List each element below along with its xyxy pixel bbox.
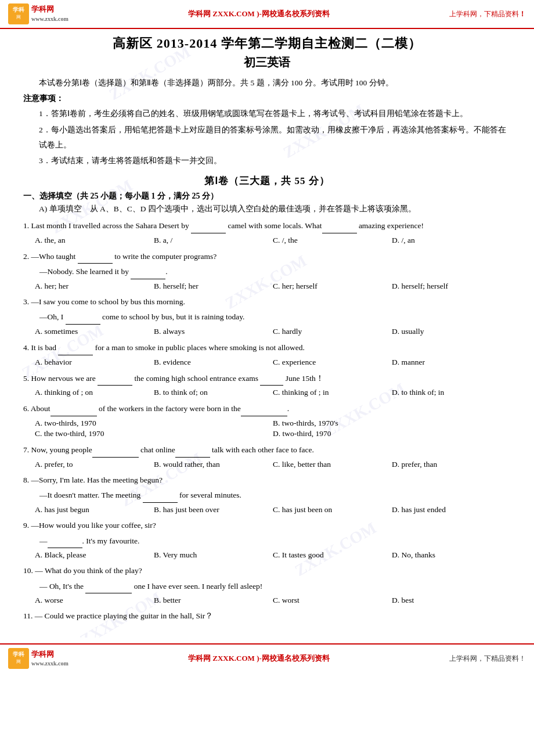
q4-opt-c: C. experience — [273, 358, 392, 367]
q9-opt-c: C. It tastes good — [273, 550, 392, 560]
notice-item-3: 3．考试结束，请考生将答题纸和答题卡一并交回。 — [39, 153, 511, 168]
q9-options: A. Black, please B. Very much C. It tast… — [35, 550, 511, 560]
question-4: 4. It is bad for a man to smoke in publi… — [23, 340, 511, 355]
subsection1: 一、选择填空（共 25 小题；每小题 1 分，满分 25 分） — [23, 191, 511, 201]
q9-line2: — . It's my favourite. — [23, 533, 511, 549]
q10-blank1 — [85, 578, 132, 594]
q9-opt-a: A. Black, please — [35, 550, 154, 560]
q2-line1: 2. —Who taught to write the computer pro… — [23, 249, 511, 264]
main-content: ZXXK.COM ZXXK.COM ZXXK.COM ZXXK.COM ZXXK… — [0, 29, 534, 638]
question-2: 2. —Who taught to write the computer pro… — [23, 249, 511, 279]
q4-blank1 — [58, 340, 93, 355]
question-6: 6. About of the workers in the factory w… — [23, 401, 511, 416]
q8-opt-c: C. has just been on — [273, 505, 392, 514]
q1-options: A. the, an B. a, / C. /, the D. /, an — [35, 236, 511, 245]
q2-line2: —Nobody. She learned it by . — [23, 264, 511, 279]
q9-blank1 — [48, 533, 82, 549]
logo-area-top: 学科 网 学科网www.zxxk.com — [8, 3, 68, 24]
question-1: 1. Last month I travelled across the Sah… — [23, 218, 511, 233]
q1-opt-c: C. /, the — [273, 236, 392, 245]
svg-text:学科: 学科 — [13, 651, 25, 657]
q5-opt-c: C. thinking of ; in — [273, 388, 392, 397]
notice-item-2: 2．每小题选出答案后，用铅笔把答题卡上对应题目的答案标号涂黑。如需改动，用橡皮擦… — [39, 123, 511, 152]
intro-text: 本试卷分第Ⅰ卷（选择题）和第Ⅱ卷（非选择题）两部分。共 5 题，满分 100 分… — [23, 76, 511, 90]
q2-blank1 — [78, 249, 113, 264]
q8-line1: 8. —Sorry, I'm late. Has the meeting beg… — [23, 473, 511, 488]
content-wrap: 高新区 2013-2014 学年第二学期自主检测二（二模） 初三英语 本试卷分第… — [23, 35, 511, 624]
q10-opt-d: D. best — [392, 596, 511, 605]
q7-options: A. prefer, to B. would rather, than C. l… — [35, 460, 511, 469]
section1-heading: 第Ⅰ卷（三大题，共 55 分） — [23, 174, 511, 188]
q3-line1: 3. —I saw you come to school by bus this… — [23, 294, 511, 309]
logo-text-top: 学科网www.zxxk.com — [31, 5, 68, 23]
q10-line2: — Oh, It's the one I have ever seen. I n… — [23, 578, 511, 594]
q3-opt-d: D. usually — [392, 327, 511, 336]
q2-opt-d: D. herself; herself — [392, 282, 511, 291]
q4-opt-d: D. manner — [392, 358, 511, 367]
q10-opt-a: A. worse — [35, 596, 154, 605]
q6-blank2 — [241, 401, 287, 416]
q3-opt-c: C. hardly — [273, 327, 392, 336]
svg-text:网: 网 — [16, 659, 21, 664]
q3-line2: —Oh, I come to school by bus, but it is … — [23, 309, 511, 325]
logo-icon-top: 学科 网 — [8, 3, 29, 24]
q10-opt-b: B. better — [154, 596, 273, 605]
q4-opt-b: B. evidence — [154, 358, 273, 367]
q6-options: A. two-thirds, 1970 B. two-thirds, 1970'… — [35, 419, 511, 438]
q7-opt-a: A. prefer, to — [35, 460, 154, 469]
q8-opt-d: D. has just ended — [392, 505, 511, 514]
notice-item-1: 1．答第Ⅰ卷前，考生必须将自己的姓名、班级用钢笔或圆珠笔写在答题卡上，将考试号、… — [39, 106, 511, 121]
q8-options: A. has just begun B. has just been over … — [35, 505, 511, 514]
q7-opt-d: D. prefer, than — [392, 460, 511, 469]
svg-text:网: 网 — [16, 15, 21, 20]
q10-line1: 10. — What do you think of the play? — [23, 563, 511, 578]
question-11: 11. — Could we practice playing the guit… — [23, 609, 511, 624]
subsection-a: A) 单项填空 从 A、B、C、D 四个选项中，选出可以填入空白处的最佳选项，并… — [23, 204, 511, 214]
footer-middle: 学科网 ZXXK.COM )-网校通名校系列资料 — [188, 653, 330, 664]
q7-blank1 — [92, 442, 139, 458]
q1-opt-b: B. a, / — [154, 236, 273, 245]
q5-opt-d: D. to think of; in — [392, 388, 511, 397]
q2-opt-c: C. her; herself — [273, 282, 392, 291]
q7-blank2 — [175, 442, 210, 458]
question-8: 8. —Sorry, I'm late. Has the meeting beg… — [23, 473, 511, 503]
q10-options: A. worse B. better C. worst D. best — [35, 596, 511, 605]
q3-opt-b: B. always — [154, 327, 273, 336]
q6-blank1 — [50, 401, 97, 416]
q4-options: A. behavior B. evidence C. experience D.… — [35, 358, 511, 367]
q6-opt-d: D. two-third, 1970 — [273, 429, 511, 438]
q1-blank2 — [322, 218, 357, 233]
q9-opt-b: B. Very much — [154, 550, 273, 560]
logo-icon-bottom: 学科 网 — [8, 648, 29, 669]
q6-opt-a: A. two-thirds, 1970 — [35, 419, 273, 428]
q9-line1: 9. —How would you like your coffee, sir? — [23, 518, 511, 533]
q8-blank1 — [143, 487, 178, 503]
q8-opt-a: A. has just begun — [35, 505, 154, 514]
logo-text-bottom: 学科网www.zxxk.com — [31, 650, 68, 668]
doc-title: 高新区 2013-2014 学年第二学期自主检测二（二模） — [23, 35, 511, 52]
q4-opt-a: A. behavior — [35, 358, 154, 367]
q1-num: 1. Last month I travelled across the Sah… — [23, 221, 191, 230]
q5-opt-a: A. thinking of ; on — [35, 388, 154, 397]
q5-options: A. thinking of ; on B. to think of; on C… — [35, 388, 511, 397]
q1-blank1 — [191, 218, 226, 233]
question-5: 5. How nervous we are the coming high sc… — [23, 370, 511, 386]
q6-opt-b: B. two-thirds, 1970's — [273, 419, 511, 428]
footer-right: 上学科网，下精品资料！ — [449, 654, 526, 664]
notice-items: 1．答第Ⅰ卷前，考生必须将自己的姓名、班级用钢笔或圆珠笔写在答题卡上，将考试号、… — [39, 106, 511, 168]
question-3: 3. —I saw you come to school by bus this… — [23, 294, 511, 325]
q7-opt-b: B. would rather, than — [154, 460, 273, 469]
q2-opt-a: A. her; her — [35, 282, 154, 291]
q1-opt-d: D. /, an — [392, 236, 511, 245]
question-7: 7. Now, young people chat online talk wi… — [23, 442, 511, 458]
q5-blank2 — [260, 370, 283, 386]
q5-blank1 — [98, 370, 132, 386]
q3-opt-a: A. sometimes — [35, 327, 154, 336]
question-9: 9. —How would you like your coffee, sir?… — [23, 518, 511, 548]
q8-line2: —It doesn't matter. The meeting for seve… — [23, 487, 511, 503]
header-middle-text: 学科网 ZXXK.COM )-网校通名校系列资料 — [188, 9, 330, 19]
top-header: 学科 网 学科网www.zxxk.com 学科网 ZXXK.COM )-网校通名… — [0, 0, 534, 29]
q1-opt-a: A. the, an — [35, 236, 154, 245]
q5-opt-b: B. to think of; on — [154, 388, 273, 397]
q2-opt-b: B. herself; her — [154, 282, 273, 291]
